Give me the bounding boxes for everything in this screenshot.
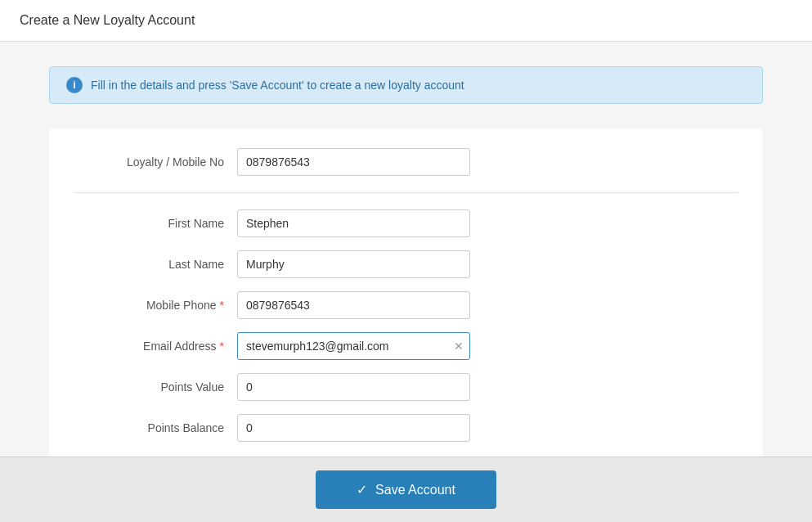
page-title: Create a New Loyalty Account [20,13,195,27]
mobile-phone-input[interactable] [237,291,470,319]
points-value-row: Points Value [74,373,738,401]
mobile-phone-row: Mobile Phone* [74,291,738,319]
page-header: Create a New Loyalty Account [0,0,812,42]
email-input-wrapper: ✕ [237,332,470,360]
points-value-input[interactable] [237,373,470,401]
clear-email-icon[interactable]: ✕ [454,340,464,353]
save-button-label: Save Account [375,483,455,497]
last-name-row: Last Name [74,250,738,278]
email-label: Email Address* [74,340,237,353]
loyalty-row: Loyalty / Mobile No [74,148,738,193]
email-row: Email Address* ✕ [74,332,738,360]
email-input[interactable] [237,332,470,360]
first-name-label: First Name [74,217,237,230]
footer: ✓ Save Account [0,457,812,522]
points-balance-input[interactable] [237,414,470,442]
info-icon: i [66,77,83,93]
form-section: Loyalty / Mobile No First Name Last Name… [49,128,763,457]
first-name-row: First Name [74,209,738,237]
info-banner-text: Fill in the details and press 'Save Acco… [91,79,464,92]
points-balance-label: Points Balance [74,421,237,434]
last-name-input[interactable] [237,250,470,278]
first-name-input[interactable] [237,209,470,237]
info-banner: i Fill in the details and press 'Save Ac… [49,66,763,104]
mobile-phone-label: Mobile Phone* [74,299,237,312]
points-balance-row: Points Balance [74,414,738,442]
last-name-label: Last Name [74,258,237,271]
loyalty-input[interactable] [237,148,470,176]
main-content: i Fill in the details and press 'Save Ac… [0,42,812,457]
points-value-label: Points Value [74,380,237,394]
checkmark-icon: ✓ [357,482,367,497]
loyalty-label: Loyalty / Mobile No [74,155,237,169]
save-account-button[interactable]: ✓ Save Account [316,470,496,509]
